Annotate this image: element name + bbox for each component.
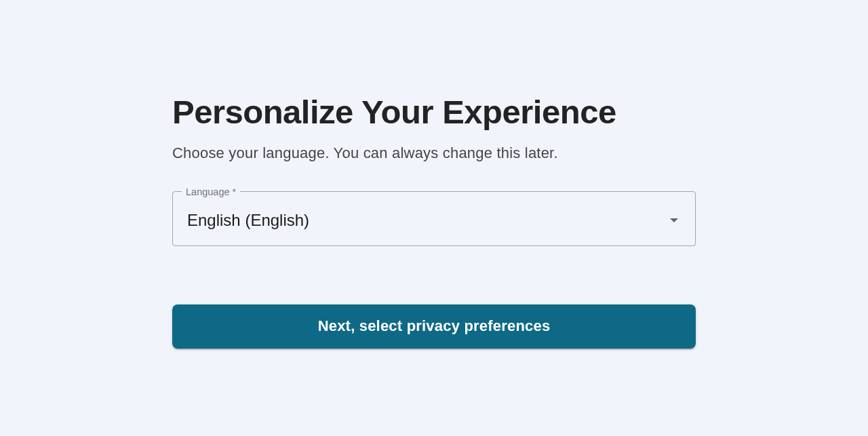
language-selected-value: English (English) — [187, 211, 309, 230]
language-select[interactable]: English (English) — [172, 195, 696, 246]
chevron-down-icon — [670, 218, 678, 222]
page-subtitle: Choose your language. You can always cha… — [172, 144, 696, 162]
next-button[interactable]: Next, select privacy preferences — [172, 304, 696, 349]
language-field: English (English) Language * — [172, 195, 696, 246]
page-title: Personalize Your Experience — [172, 92, 696, 132]
onboarding-panel: Personalize Your Experience Choose your … — [172, 0, 696, 349]
